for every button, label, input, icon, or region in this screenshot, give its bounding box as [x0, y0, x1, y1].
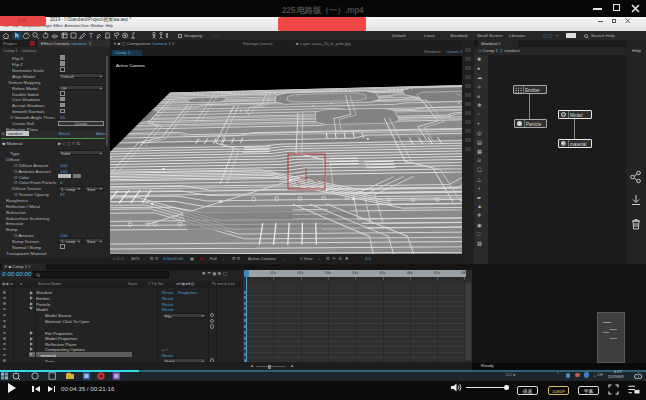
svg-text:T: T — [89, 32, 93, 39]
